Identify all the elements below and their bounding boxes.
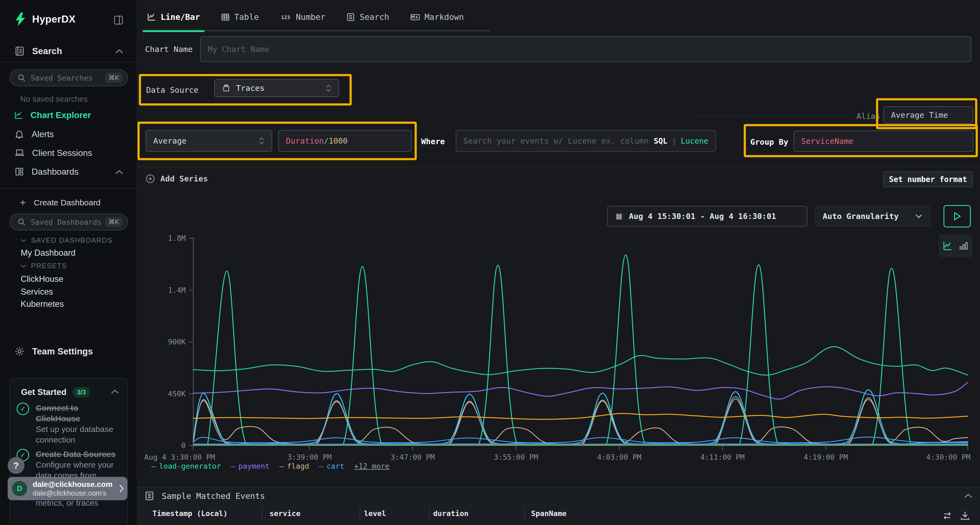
saved-dashboards-header[interactable]: SAVED DASHBOARDS bbox=[20, 236, 113, 244]
legend-label: payment bbox=[239, 462, 269, 470]
group-by-input[interactable] bbox=[801, 136, 966, 146]
get-started-item[interactable]: ✓ Create Data Sources Configure where yo… bbox=[17, 449, 117, 481]
svg-text:4:11:00 PM: 4:11:00 PM bbox=[700, 453, 745, 462]
svg-text:4:19:00 PM: 4:19:00 PM bbox=[803, 453, 848, 462]
column-resize-handle[interactable]: ⋮⋮ bbox=[259, 508, 266, 519]
granularity-select[interactable]: Auto Granularity bbox=[815, 206, 931, 227]
timeseries-chart[interactable]: 0450K900K1.4M1.8MAug 4 3:30:00 PM3:39:00… bbox=[136, 233, 980, 462]
time-range-picker[interactable]: Aug 4 15:30:01 - Aug 4 16:30:01 bbox=[607, 206, 807, 227]
sidebar-item-my-dashboard[interactable]: My Dashboard bbox=[21, 248, 76, 258]
shortcut-badge: ⌘K bbox=[105, 217, 123, 227]
user-email: dale@clickhouse.com bbox=[33, 480, 113, 489]
shortcut-badge: ⌘K bbox=[105, 73, 123, 83]
column-resize-handle[interactable]: ⋮⋮ bbox=[521, 508, 528, 519]
saved-dashboards-input[interactable] bbox=[31, 218, 105, 226]
tab-markdown[interactable]: Markdown bbox=[407, 12, 467, 32]
svg-text:1.4M: 1.4M bbox=[168, 286, 186, 294]
series-line bbox=[193, 414, 968, 419]
sample-events-header[interactable]: Sample Matched Events bbox=[144, 491, 265, 501]
column-header-timestamp-local-[interactable]: Timestamp (Local) bbox=[153, 509, 228, 518]
sidebar-section-search[interactable]: Search bbox=[14, 46, 62, 57]
column-header-duration[interactable]: duration bbox=[433, 509, 468, 518]
alias-field bbox=[883, 106, 973, 124]
where-label: Where bbox=[421, 137, 445, 146]
nav-label: Alerts bbox=[32, 129, 54, 139]
column-resize-handle[interactable]: ⋮⋮ bbox=[426, 508, 433, 519]
search-icon bbox=[17, 217, 26, 226]
alias-input[interactable] bbox=[891, 111, 966, 120]
tab-label: Search bbox=[360, 12, 389, 22]
expression-token: / bbox=[324, 136, 329, 146]
legend-dash-icon: — bbox=[319, 462, 323, 470]
legend-more-link[interactable]: +12 more bbox=[354, 462, 390, 470]
svg-text:3:39:00 PM: 3:39:00 PM bbox=[287, 453, 332, 462]
sidebar-item-kubernetes[interactable]: Kubernetes bbox=[21, 299, 64, 309]
svg-text:Aug 4 3:30:00 PM: Aug 4 3:30:00 PM bbox=[144, 453, 215, 462]
tab-table[interactable]: Table bbox=[218, 12, 262, 32]
chart-name-label: Chart Name bbox=[145, 44, 193, 54]
list-icon bbox=[144, 491, 154, 501]
add-series-button[interactable]: Add Series bbox=[145, 174, 208, 184]
svg-text:123: 123 bbox=[281, 14, 290, 20]
table-format-icon[interactable] bbox=[942, 510, 953, 521]
alias-label: Alias bbox=[856, 111, 880, 121]
play-icon bbox=[953, 212, 961, 221]
legend-label: load-generator bbox=[159, 462, 221, 470]
legend-item-load-generator[interactable]: — load-generator bbox=[151, 462, 221, 470]
user-menu[interactable]: D dale@clickhouse.com dale@clickhouse.co… bbox=[8, 477, 127, 500]
saved-dashboards-search[interactable]: ⌘K bbox=[10, 214, 128, 230]
alias-divider bbox=[690, 115, 853, 116]
sidebar-collapse-icon[interactable] bbox=[113, 14, 124, 26]
column-resize-handle[interactable]: ⋮⋮ bbox=[356, 508, 363, 519]
data-source-select[interactable]: Traces bbox=[214, 79, 339, 97]
sidebar-item-chart-explorer[interactable]: Chart Explorer bbox=[14, 110, 91, 120]
column-header-spanname[interactable]: SpanName bbox=[531, 509, 566, 518]
sidebar-item-dashboards[interactable]: Dashboards bbox=[14, 167, 79, 177]
tab-line-bar[interactable]: Line/Bar bbox=[144, 12, 203, 32]
create-dashboard-button[interactable]: Create Dashboard bbox=[19, 198, 100, 207]
sidebar-item-team-settings[interactable]: Team Settings bbox=[14, 346, 93, 357]
get-started-item[interactable]: ✓ Connect to ClickHouse Set up your data… bbox=[17, 403, 117, 445]
app-title: HyperDX bbox=[32, 14, 76, 25]
chart-name-input[interactable] bbox=[208, 44, 964, 54]
tab-search[interactable]: Search bbox=[343, 12, 392, 32]
run-query-button[interactable] bbox=[943, 205, 971, 227]
sidebar-item-services[interactable]: Services bbox=[21, 287, 53, 297]
search-section-label: Search bbox=[32, 46, 62, 56]
where-input[interactable] bbox=[463, 136, 650, 146]
sidebar-item-alerts[interactable]: Alerts bbox=[14, 129, 54, 139]
aggregation-select[interactable]: Average bbox=[146, 130, 272, 152]
column-header-service[interactable]: service bbox=[269, 509, 301, 518]
gear-icon bbox=[14, 346, 25, 357]
field-expression-input[interactable]: Duration/1000 bbox=[278, 130, 412, 152]
saved-searches-input[interactable] bbox=[31, 74, 105, 82]
chevron-up-icon[interactable] bbox=[964, 493, 973, 499]
chevron-up-icon[interactable] bbox=[111, 389, 119, 395]
sidebar-item-client-sessions[interactable]: Client Sessions bbox=[14, 148, 92, 158]
sql-toggle[interactable]: SQL bbox=[654, 136, 668, 146]
sidebar-item-clickhouse[interactable]: ClickHouse bbox=[21, 274, 64, 284]
lucene-toggle[interactable]: Lucene bbox=[681, 136, 708, 146]
data-source-value: Traces bbox=[236, 84, 265, 93]
chevrons-updown-icon bbox=[326, 84, 332, 92]
legend-item-flagd[interactable]: — flagd bbox=[279, 462, 309, 470]
chevron-up-icon[interactable] bbox=[115, 48, 124, 54]
granularity-value: Auto Granularity bbox=[822, 212, 899, 221]
nav-label: Dashboards bbox=[32, 167, 79, 177]
legend-dash-icon: — bbox=[279, 462, 284, 470]
column-header-level[interactable]: level bbox=[364, 509, 386, 518]
view-tabs: Line/Bar Table123 Number Search Markdown bbox=[144, 0, 482, 32]
presets-header[interactable]: PRESETS bbox=[20, 262, 67, 270]
saved-searches-search[interactable]: ⌘K bbox=[10, 69, 128, 86]
get-started-title: Get Started bbox=[21, 387, 67, 397]
help-button[interactable]: ? bbox=[8, 457, 24, 474]
chevron-up-icon[interactable] bbox=[115, 169, 124, 175]
set-number-format-button[interactable]: Set number format bbox=[883, 171, 973, 187]
group-by-field bbox=[794, 130, 973, 152]
sample-events-title: Sample Matched Events bbox=[162, 491, 265, 501]
download-icon[interactable] bbox=[959, 510, 971, 521]
tab-number[interactable]: 123 Number bbox=[277, 12, 328, 32]
hyperdx-logo-icon bbox=[14, 12, 27, 27]
legend-item-payment[interactable]: — payment bbox=[231, 462, 269, 470]
legend-item-cart[interactable]: — cart bbox=[319, 462, 344, 470]
